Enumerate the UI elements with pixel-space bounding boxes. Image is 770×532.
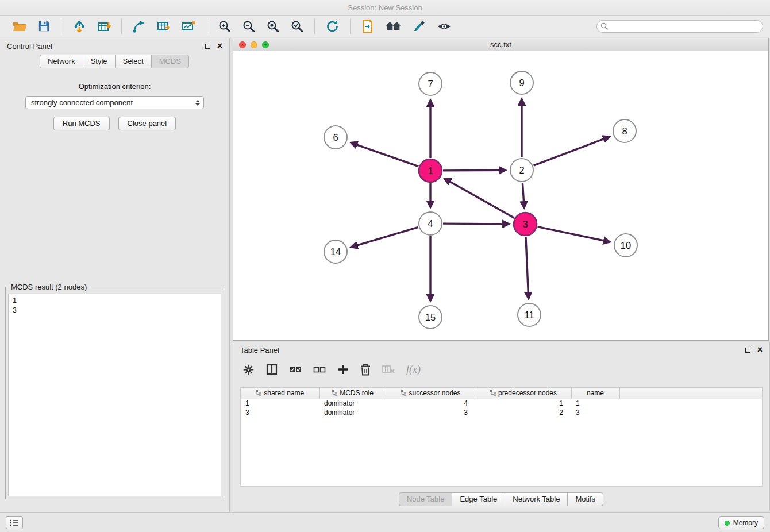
window-titlebar[interactable]: Session: New Session	[0, 0, 770, 16]
float-panel-icon[interactable]	[745, 348, 750, 353]
node-14[interactable]: 14	[324, 240, 347, 263]
column-header-predecessor-nodes[interactable]: predecessor nodes	[476, 388, 571, 399]
tab-network[interactable]: Network	[40, 55, 83, 68]
refresh-view-button[interactable]	[324, 18, 341, 34]
search-input[interactable]	[596, 20, 763, 33]
tab-edge-table[interactable]: Edge Table	[452, 492, 505, 506]
float-panel-icon[interactable]	[205, 44, 210, 49]
node-label: 2	[519, 165, 524, 175]
node-15[interactable]: 15	[419, 306, 442, 329]
column-header-shared-name[interactable]: shared name	[241, 388, 319, 399]
network-view-window: × – + scc.txt 7968124314101511	[233, 38, 769, 341]
select-all-columns-button[interactable]	[289, 365, 302, 373]
zoom-out-button[interactable]	[241, 18, 257, 34]
zoom-selected-button[interactable]	[289, 18, 305, 34]
mcds-result-value: 1	[13, 296, 217, 306]
run-mcds-button[interactable]: Run MCDS	[53, 117, 110, 130]
node-10[interactable]: 10	[614, 234, 637, 257]
cell-mcds-role[interactable]: dominator	[319, 399, 386, 408]
deselect-all-columns-button[interactable]	[313, 365, 326, 373]
cell-mcds-role[interactable]: dominator	[319, 408, 386, 417]
apply-style-button[interactable]	[411, 18, 428, 34]
import-table-button[interactable]	[95, 18, 112, 34]
import-network-button[interactable]	[71, 18, 87, 34]
edge-1-6[interactable]	[351, 142, 418, 166]
maximize-window-icon[interactable]: +	[262, 41, 269, 48]
cell-shared-name[interactable]: 1	[241, 399, 319, 408]
tab-select[interactable]: Select	[115, 55, 152, 68]
column-header-successor-nodes[interactable]: successor nodes	[386, 388, 476, 399]
table-row[interactable]: 1dominator411	[241, 399, 762, 408]
node-11[interactable]: 11	[518, 303, 541, 326]
node-4[interactable]: 4	[419, 212, 442, 235]
toolbar-separator	[350, 19, 351, 34]
column-header-name[interactable]: name	[571, 388, 619, 399]
edge-2-8[interactable]	[534, 137, 610, 165]
tab-mcds[interactable]: MCDS	[151, 55, 189, 68]
mcds-result-list[interactable]: 1 3	[8, 294, 221, 496]
memory-button[interactable]: Memory	[718, 516, 764, 529]
column-header-mcds-role[interactable]: MCDS role	[319, 388, 386, 399]
home-layout-button[interactable]	[384, 18, 403, 34]
edge-4-3[interactable]	[443, 223, 509, 224]
column-type-icon	[256, 390, 261, 396]
network-window-title: scc.txt	[490, 40, 511, 49]
function-builder-button[interactable]: f(x)	[406, 364, 421, 376]
tab-motifs[interactable]: Motifs	[567, 492, 603, 506]
tab-node-table[interactable]: Node Table	[399, 492, 453, 506]
node-9[interactable]: 9	[510, 71, 533, 94]
copy-document-button[interactable]	[360, 18, 376, 34]
task-history-button[interactable]	[6, 516, 23, 529]
node-1[interactable]: 1	[419, 159, 442, 182]
minimize-window-icon[interactable]: –	[251, 41, 257, 48]
zoom-in-button[interactable]	[217, 18, 233, 34]
close-panel-icon[interactable]: ×	[217, 42, 222, 50]
edge-4-14[interactable]	[351, 227, 418, 247]
table-row[interactable]: 3dominator323	[241, 408, 762, 417]
eye-icon	[437, 20, 452, 33]
cell-successor-nodes[interactable]: 3	[386, 408, 476, 417]
zoom-in-icon	[218, 20, 232, 33]
delete-table-button[interactable]	[382, 365, 395, 374]
network-canvas[interactable]: 7968124314101511	[233, 51, 768, 340]
delete-row-button[interactable]	[360, 364, 371, 376]
network-window-titlebar[interactable]: × – + scc.txt	[233, 38, 768, 51]
criterion-dropdown[interactable]: strongly connected component	[25, 96, 204, 109]
edge-3-11[interactable]	[526, 237, 529, 299]
export-table-button[interactable]	[156, 18, 172, 34]
save-session-button[interactable]	[36, 18, 52, 34]
open-session-button[interactable]	[11, 18, 28, 34]
cell-name[interactable]: 3	[571, 408, 619, 417]
edge-3-10[interactable]	[538, 227, 610, 242]
cell-name[interactable]: 1	[571, 399, 619, 408]
edge-1-2[interactable]	[443, 170, 506, 171]
window-controls: × – +	[239, 41, 269, 48]
close-window-icon[interactable]: ×	[239, 41, 246, 48]
add-row-button[interactable]	[337, 364, 349, 375]
network-overview-button[interactable]	[131, 18, 148, 34]
zoom-fit-button[interactable]	[265, 18, 281, 34]
show-hide-graphics-button[interactable]	[436, 18, 453, 34]
cell-predecessor-nodes[interactable]: 1	[476, 399, 571, 408]
checked-boxes-icon	[289, 365, 302, 373]
close-panel-button[interactable]: Close panel	[118, 117, 176, 130]
cell-predecessor-nodes[interactable]: 2	[476, 408, 571, 417]
node-7[interactable]: 7	[419, 72, 442, 95]
node-6[interactable]: 6	[324, 126, 347, 149]
table-settings-button[interactable]	[242, 364, 255, 376]
node-8[interactable]: 8	[613, 119, 636, 142]
gear-icon	[242, 364, 255, 376]
show-columns-button[interactable]	[266, 364, 278, 375]
tab-network-table[interactable]: Network Table	[505, 492, 568, 506]
tab-style[interactable]: Style	[83, 55, 116, 68]
cell-shared-name[interactable]: 3	[241, 408, 319, 417]
close-panel-icon[interactable]: ×	[757, 346, 763, 354]
export-image-button[interactable]	[180, 18, 198, 34]
cell-successor-nodes[interactable]: 4	[386, 399, 476, 408]
node-2[interactable]: 2	[510, 159, 533, 182]
edge-3-1[interactable]	[444, 179, 514, 218]
node-3[interactable]: 3	[514, 213, 537, 236]
search-icon	[600, 22, 609, 30]
edge-2-3[interactable]	[522, 183, 524, 208]
node-label: 6	[333, 132, 338, 142]
